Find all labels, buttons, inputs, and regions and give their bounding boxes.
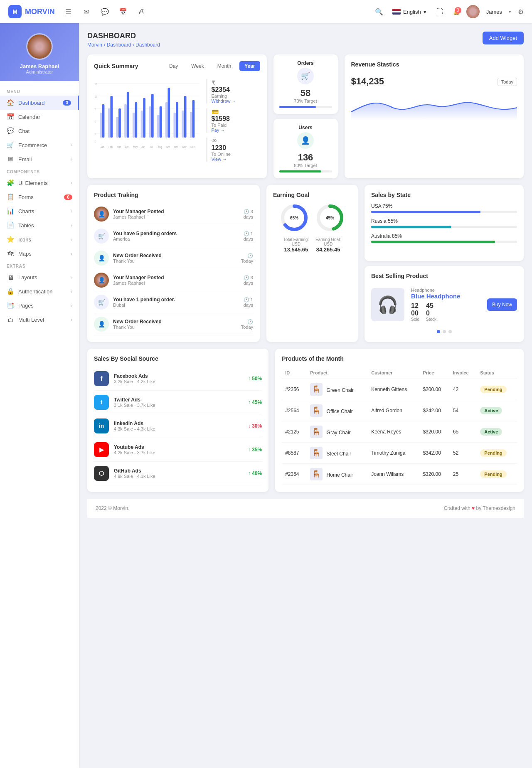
track-sub-0: James Raphael — [113, 214, 239, 219]
sidebar-item-calendar[interactable]: 📅 Calendar — [0, 110, 79, 124]
sidebar-item-label-pages: Pages — [18, 303, 67, 309]
goal-goal-block: Earning Goal: USD 84,265.45 — [315, 237, 341, 253]
bs-dot-1[interactable] — [437, 330, 440, 333]
fullscreen-icon[interactable]: ⛶ — [433, 5, 446, 18]
sidebar-item-icons[interactable]: ⭐ Icons › — [0, 232, 79, 246]
bs-stock-block: 450 Stock — [426, 302, 436, 322]
sidebar-item-pages[interactable]: 📑 Pages › — [0, 298, 79, 313]
user-avatar[interactable] — [466, 5, 480, 18]
topnav: M MORVIN ☰ ✉ 💬 📅 🖨 🔍 English ▾ ⛶ 🔔 3 Jam… — [0, 0, 532, 23]
svg-text:Oct: Oct — [174, 145, 178, 148]
qs-withdraw-link[interactable]: Withdraw → — [212, 98, 260, 103]
bs-sold-label: Sold — [411, 317, 419, 322]
status-badge: Active — [480, 428, 502, 436]
social-item-facebook: f Facebook Ads 3.2k Sale - 4.2k Like ↑ 5… — [94, 367, 262, 391]
facebook-icon: f — [94, 371, 109, 386]
layouts-icon: 🖥 — [7, 273, 14, 281]
main-content: DASHBOARD Morvin › Dashboard › Dashboard… — [79, 23, 532, 768]
sidebar-item-chat[interactable]: 💬 Chat — [0, 124, 79, 138]
settings-icon[interactable]: ⚙ — [518, 8, 524, 16]
sidebar-item-charts[interactable]: 📊 Charts › — [0, 204, 79, 218]
menu-toggle-icon[interactable]: ☰ — [62, 5, 75, 18]
extras-label: EXTRAS — [0, 261, 79, 270]
col-status: Status — [477, 367, 517, 379]
sidebar-item-email[interactable]: ✉ Email › — [0, 152, 79, 166]
track-time-4: 🕐 1 days — [244, 297, 253, 308]
calendar-icon[interactable]: 📅 — [116, 5, 130, 18]
sidebar-item-multi-level[interactable]: 🗂 Multi Level › — [0, 313, 79, 327]
social-yt-name: Youtube Ads — [114, 444, 243, 450]
layout: James Raphael Administrator MENU 🏠 Dashb… — [0, 23, 532, 768]
qs-stat-earning: ₹ $2354 Earning Withdraw → — [206, 79, 260, 103]
table-row: #2354 🪑 Home Chair Joann Wiliams $320.00… — [282, 464, 517, 485]
state-usa-text: USA 75% — [371, 203, 392, 209]
logo[interactable]: M MORVIN — [8, 5, 55, 18]
email-icon[interactable]: ✉ — [80, 5, 93, 18]
svg-text:Jul: Jul — [150, 145, 153, 148]
chat-icon[interactable]: 💬 — [98, 5, 111, 18]
notification-bell[interactable]: 🔔 3 — [453, 9, 460, 15]
revenue-value: $14,235 — [351, 76, 384, 87]
social-fb-name: Facebook Ads — [114, 373, 243, 379]
mini-cards-col: Orders 🛒 58 70% Target Users 👤 136 80% T… — [273, 54, 338, 178]
users-progress-wrap — [279, 170, 332, 172]
sales-state-title: Sales by State — [371, 192, 517, 198]
tab-day[interactable]: Day — [164, 61, 183, 71]
orders-card: Orders 🛒 58 70% Target — [273, 54, 338, 114]
bs-dot-2[interactable] — [443, 330, 446, 333]
tab-month[interactable]: Month — [212, 61, 236, 71]
social-li-pct: ↓ 30% — [248, 423, 262, 429]
qs-pay-link[interactable]: Pay → — [212, 128, 260, 133]
qs-view-link[interactable]: View → — [212, 157, 260, 162]
col-invoice: Invoice — [450, 367, 477, 379]
today-button[interactable]: Today — [498, 78, 517, 86]
sidebar-item-dashboard[interactable]: 🏠 Dashboard 3 — [0, 96, 79, 110]
username-label[interactable]: James — [486, 9, 502, 15]
goal-total-label: Total Earning: — [283, 237, 309, 242]
social-li-name: linkedin Ads — [114, 421, 243, 426]
language-selector[interactable]: English ▾ — [392, 9, 426, 15]
tab-week[interactable]: Week — [186, 61, 209, 71]
avatar — [26, 33, 53, 60]
svg-text:3: 3 — [94, 132, 96, 135]
svg-rect-22 — [143, 98, 145, 138]
add-widget-button[interactable]: Add Widget — [483, 32, 524, 44]
buy-now-button[interactable]: Buy Now — [487, 298, 517, 311]
breadcrumb-home[interactable]: Morvin — [87, 42, 102, 48]
sidebar-item-maps[interactable]: 🗺 Maps › — [0, 246, 79, 261]
arrow-icon-maps: › — [71, 251, 72, 256]
breadcrumb-dashboard[interactable]: Dashboard — [107, 42, 131, 48]
state-russia-bar — [371, 226, 451, 228]
qs-online-label: To Online — [212, 152, 260, 157]
track-item-4: 🛒 You have 1 pending order. Dubai 🕐 1 da… — [94, 291, 253, 313]
col-price: Price — [419, 367, 449, 379]
cell-customer: Keena Reyes — [368, 421, 419, 443]
col-id: ID — [282, 367, 307, 379]
products-month-card: Products of the Month ID Product Custome… — [275, 349, 524, 492]
tab-year[interactable]: Year — [239, 61, 260, 71]
social-gh-sub: 4.9k Sale - 4.1k Like — [114, 474, 243, 479]
track-unit-0: days — [244, 214, 253, 219]
sidebar-item-ui-elements[interactable]: 🧩 UI Elements › — [0, 176, 79, 190]
sidebar-item-label-chat: Chat — [18, 128, 72, 134]
sidebar-item-authentication[interactable]: 🔒 Authentication › — [0, 284, 79, 298]
multi-level-icon: 🗂 — [7, 316, 14, 323]
sidebar-item-ecommerce[interactable]: 🛒 Ecommerce › — [0, 138, 79, 152]
twitter-icon: t — [94, 395, 109, 410]
social-item-github: ⬡ GitHub Ads 4.9k Sale - 4.1k Like ↑ 40% — [94, 462, 262, 485]
sidebar-item-forms[interactable]: 📋 Forms 6 — [0, 190, 79, 204]
users-card: Users 👤 136 80% Target — [273, 119, 338, 178]
search-icon[interactable]: 🔍 — [372, 5, 386, 18]
sidebar-item-layouts[interactable]: 🖥 Layouts › — [0, 270, 79, 284]
print-icon[interactable]: 🖨 — [135, 5, 148, 18]
cell-price: $200.00 — [419, 379, 449, 400]
cell-price: $320.00 — [419, 464, 449, 485]
svg-text:Apr: Apr — [125, 145, 129, 149]
earning-goal-card: Earning Goal 65% 45% — [266, 185, 358, 342]
svg-rect-18 — [127, 92, 129, 138]
sidebar-item-tables[interactable]: 📄 Tables › — [0, 218, 79, 232]
svg-rect-20 — [135, 102, 138, 138]
svg-rect-12 — [102, 104, 105, 138]
bs-dot-3[interactable] — [448, 330, 452, 333]
svg-text:Aug: Aug — [158, 145, 162, 149]
